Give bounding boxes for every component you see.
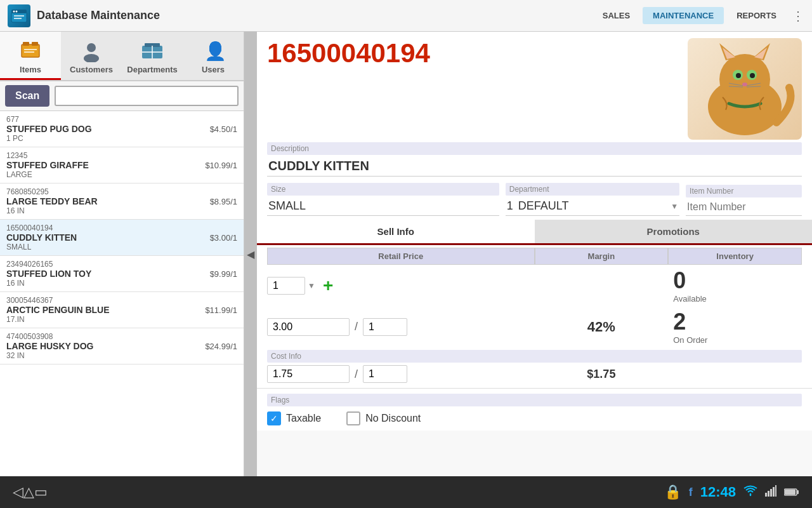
sell-col-headers: Retail Price Margin Inventory bbox=[257, 245, 812, 265]
app-title: Database Maintenance bbox=[37, 9, 593, 22]
item-name-price-row: STUFFED LION TOY $9.99/1 bbox=[6, 269, 237, 279]
tab-departments[interactable]: Departments bbox=[122, 32, 183, 80]
taxable-label: Taxable bbox=[286, 413, 321, 424]
list-item[interactable]: 47400503908 LARGE HUSKY DOG $24.99/1 32 … bbox=[0, 328, 244, 364]
flags-row: ✓ Taxable No Discount bbox=[267, 411, 802, 425]
cost-per-input[interactable] bbox=[363, 365, 407, 383]
no-discount-flag: No Discount bbox=[346, 411, 421, 425]
item-detail: 16 IN bbox=[6, 279, 237, 288]
list-item[interactable]: 23494026165 STUFFED LION TOY $9.99/1 16 … bbox=[0, 256, 244, 292]
time-display: 12:48 bbox=[700, 484, 736, 500]
tab-users[interactable]: 👤 Users bbox=[183, 32, 244, 80]
available-block: 0 Available bbox=[668, 267, 802, 304]
cost-divider: / bbox=[355, 368, 358, 381]
cost-row: / $1.75 bbox=[257, 363, 812, 388]
margin-header: Margin bbox=[535, 248, 669, 265]
list-item[interactable]: 30005446367 ARCTIC PENGUIN BLUE $11.99/1… bbox=[0, 292, 244, 328]
tab-items[interactable]: Items bbox=[0, 32, 61, 80]
items-icon bbox=[18, 38, 43, 64]
svg-point-27 bbox=[750, 73, 755, 78]
no-discount-checkbox[interactable] bbox=[346, 411, 360, 425]
item-name: CUDDLY KITTEN bbox=[6, 232, 77, 243]
item-detail: LARGE bbox=[6, 170, 237, 179]
item-detail: 32 IN bbox=[6, 351, 237, 360]
item-name-price-row: STUFFED PUG DOG $4.50/1 bbox=[6, 124, 237, 134]
list-item[interactable]: 677 STUFFED PUG DOG $4.50/1 1 PC bbox=[0, 111, 244, 147]
item-price: $10.99/1 bbox=[205, 161, 237, 170]
svg-rect-36 bbox=[773, 487, 775, 497]
no-discount-label: No Discount bbox=[365, 413, 421, 424]
item-name-price-row: LARGE TEDDY BEAR $8.95/1 bbox=[6, 196, 237, 206]
bottom-nav: ◁ △ ▭ 🔒 f 12:48 bbox=[0, 476, 812, 508]
retail-price-row: / bbox=[267, 318, 535, 336]
retail-price-input[interactable] bbox=[267, 318, 350, 336]
wifi-icon bbox=[743, 484, 757, 500]
svg-rect-37 bbox=[775, 485, 776, 497]
list-item[interactable]: 7680850295 LARGE TEDDY BEAR $8.95/1 16 I… bbox=[0, 184, 244, 220]
item-price: $3.00/1 bbox=[210, 233, 237, 243]
tab-sell-info[interactable]: Sell Info bbox=[257, 220, 535, 245]
signal-icon bbox=[765, 484, 776, 500]
taxable-flag: ✓ Taxable bbox=[267, 411, 321, 425]
scan-button[interactable]: Scan bbox=[5, 85, 49, 107]
svg-rect-40 bbox=[785, 490, 796, 495]
svg-rect-8 bbox=[32, 42, 38, 46]
item-id: 23494026165 bbox=[6, 260, 237, 269]
lock-icon: 🔒 bbox=[664, 484, 681, 500]
item-id: 7680850295 bbox=[6, 187, 237, 196]
item-number-input[interactable] bbox=[686, 199, 802, 216]
svg-point-12 bbox=[84, 54, 99, 62]
tab-promotions[interactable]: Promotions bbox=[535, 220, 813, 243]
scan-input[interactable] bbox=[55, 86, 239, 106]
department-dropdown-icon[interactable]: ▼ bbox=[671, 202, 678, 211]
item-number-label: Item Number bbox=[686, 185, 802, 197]
app-logo bbox=[8, 4, 30, 27]
item-image bbox=[688, 38, 802, 140]
more-options-icon[interactable]: ⋮ bbox=[792, 8, 804, 23]
taxable-checkbox[interactable]: ✓ bbox=[267, 411, 281, 425]
item-name: LARGE HUSKY DOG bbox=[6, 341, 93, 351]
back-icon[interactable]: ◁ bbox=[13, 484, 23, 500]
cost-header-section: Cost Info bbox=[257, 347, 812, 363]
nav-reports[interactable]: REPORTS bbox=[726, 7, 787, 24]
item-number-group: Item Number bbox=[686, 185, 802, 216]
svg-rect-34 bbox=[768, 491, 769, 497]
item-price: $4.50/1 bbox=[210, 124, 237, 134]
home-icon[interactable]: △ bbox=[23, 484, 34, 500]
nav-sales[interactable]: SALES bbox=[593, 7, 640, 24]
description-label: Description bbox=[267, 142, 802, 155]
item-name: STUFFED LION TOY bbox=[6, 269, 91, 279]
cost-price-input[interactable] bbox=[267, 365, 350, 383]
department-label: Department bbox=[506, 183, 679, 196]
svg-rect-7 bbox=[23, 42, 29, 46]
scan-row: Scan bbox=[0, 81, 244, 111]
qty-input[interactable] bbox=[267, 277, 305, 295]
recent-apps-icon[interactable]: ▭ bbox=[34, 484, 48, 500]
item-id: 16500040194 bbox=[6, 224, 237, 232]
item-name: STUFFED PUG DOG bbox=[6, 124, 92, 134]
tab-customers[interactable]: Customers bbox=[61, 32, 122, 80]
item-name: STUFFED GIRAFFE bbox=[6, 160, 89, 170]
sidebar-tabs: Items Customers bbox=[0, 32, 244, 81]
item-price: $8.95/1 bbox=[210, 197, 237, 206]
on-order-label: On Order bbox=[673, 335, 707, 345]
retail-per-input[interactable] bbox=[363, 318, 407, 336]
svg-text:👤: 👤 bbox=[204, 41, 225, 62]
tab-items-label: Items bbox=[20, 65, 41, 74]
size-input[interactable] bbox=[267, 197, 499, 216]
item-price: $11.99/1 bbox=[205, 305, 237, 315]
cost-total: $1.75 bbox=[535, 368, 669, 381]
list-item[interactable]: 16500040194 CUDDLY KITTEN $3.00/1 SMALL bbox=[0, 220, 244, 256]
top-nav: SALES MAINTENANCE REPORTS bbox=[593, 7, 787, 24]
customers-icon bbox=[79, 38, 104, 64]
panel-separator[interactable]: ◀ bbox=[244, 32, 257, 476]
item-detail: SMALL bbox=[6, 243, 237, 251]
list-item[interactable]: 12345 STUFFED GIRAFFE $10.99/1 LARGE bbox=[0, 147, 244, 184]
department-name: DEFAULT bbox=[518, 199, 569, 213]
item-price: $24.99/1 bbox=[205, 342, 237, 351]
nav-maintenance[interactable]: MAINTENANCE bbox=[643, 7, 724, 24]
available-value: 0 bbox=[673, 267, 686, 294]
item-name-price-row: CUDDLY KITTEN $3.00/1 bbox=[6, 232, 237, 243]
add-price-button[interactable]: + bbox=[323, 276, 333, 296]
description-input[interactable] bbox=[267, 156, 802, 177]
